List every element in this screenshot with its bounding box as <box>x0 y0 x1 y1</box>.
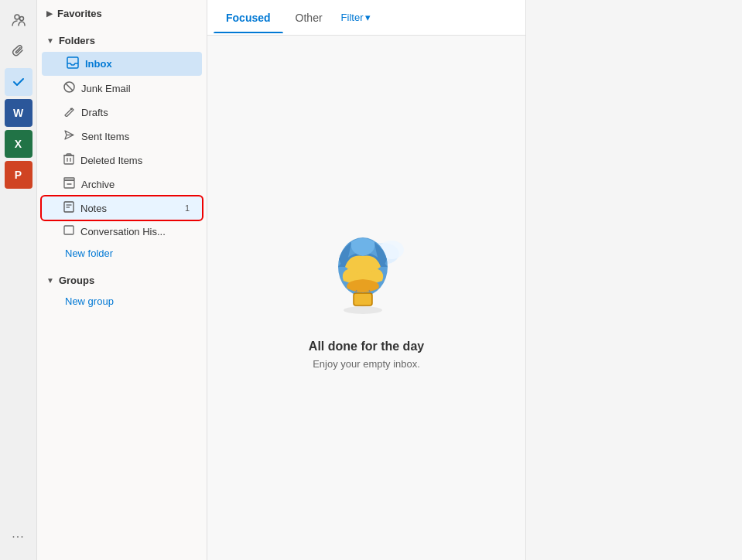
drafts-icon <box>63 105 75 119</box>
folders-header[interactable]: ▼ Folders <box>37 30 207 51</box>
notes-icon <box>63 201 74 215</box>
archive-icon <box>63 177 75 191</box>
junk-label: Junk Email <box>81 83 131 94</box>
notes-label: Notes <box>80 203 107 214</box>
folders-section: ▼ Folders Inbox Junk Email <box>37 27 207 267</box>
sidebar-item-conversation[interactable]: Conversation His... <box>42 220 202 242</box>
archive-label: Archive <box>81 179 115 190</box>
conversation-icon <box>63 225 74 237</box>
svg-line-4 <box>66 84 73 90</box>
filter-button[interactable]: Filter ▾ <box>341 12 371 23</box>
balloon-illustration <box>320 227 413 327</box>
new-group-label: New group <box>65 295 114 307</box>
filter-chevron-icon: ▾ <box>365 12 371 23</box>
svg-rect-5 <box>64 155 74 164</box>
svg-rect-2 <box>67 57 78 68</box>
favorites-chevron: ▶ <box>46 9 53 18</box>
conversation-label: Conversation His... <box>80 226 166 237</box>
svg-point-1 <box>19 17 23 21</box>
new-folder-label: New folder <box>65 248 113 259</box>
svg-rect-10 <box>64 178 74 180</box>
powerpoint-letter: P <box>15 169 22 181</box>
right-panel <box>525 0 742 560</box>
sidebar: ▶ Favorites ▼ Folders Inbox <box>37 0 207 560</box>
empty-title: All done for the day <box>309 340 424 353</box>
sidebar-item-drafts[interactable]: Drafts <box>42 101 202 124</box>
tab-other[interactable]: Other <box>283 2 335 33</box>
tab-focused[interactable]: Focused <box>214 2 283 33</box>
ellipsis-label: ··· <box>12 530 24 544</box>
deleted-icon <box>63 153 74 167</box>
sidebar-item-inbox[interactable]: Inbox <box>42 52 202 76</box>
paperclip-icon[interactable] <box>5 37 32 65</box>
sidebar-item-archive[interactable]: Archive <box>42 172 202 196</box>
excel-icon[interactable]: X <box>5 130 32 158</box>
sidebar-item-deleted[interactable]: Deleted Items <box>42 149 202 172</box>
new-folder-link[interactable]: New folder <box>37 243 207 264</box>
svg-point-0 <box>15 15 19 19</box>
svg-point-23 <box>344 306 382 314</box>
filter-label: Filter <box>341 12 364 23</box>
sidebar-item-sent[interactable]: Sent Items <box>42 125 202 148</box>
junk-icon <box>63 81 75 95</box>
other-label: Other <box>296 12 323 24</box>
favorites-header[interactable]: ▶ Favorites <box>37 3 207 24</box>
folders-chevron: ▼ <box>46 36 54 45</box>
groups-header[interactable]: ▼ Groups <box>37 270 207 291</box>
powerpoint-icon[interactable]: P <box>5 161 32 189</box>
groups-section: ▼ Groups New group <box>37 267 207 315</box>
notes-badge: 1 <box>182 203 193 213</box>
folders-label: Folders <box>59 35 95 46</box>
sent-label: Sent Items <box>81 131 129 142</box>
checkmark-icon[interactable] <box>5 68 32 96</box>
empty-subtitle: Enjoy your empty inbox. <box>313 358 420 370</box>
people-icon[interactable] <box>5 6 32 34</box>
more-apps-icon[interactable]: ··· <box>5 523 32 551</box>
new-group-link[interactable]: New group <box>37 291 207 312</box>
inbox-icon <box>67 56 79 71</box>
excel-letter: X <box>15 138 22 150</box>
favorites-label: Favorites <box>57 8 102 19</box>
word-letter: W <box>13 107 23 119</box>
app-rail: W X P ··· <box>0 0 37 560</box>
sidebar-item-notes[interactable]: Notes 1 <box>42 196 202 220</box>
focused-label: Focused <box>226 12 271 24</box>
word-icon[interactable]: W <box>5 99 32 127</box>
svg-rect-19 <box>354 294 371 305</box>
drafts-label: Drafts <box>81 107 108 118</box>
groups-label: Groups <box>59 275 94 286</box>
sidebar-item-junk[interactable]: Junk Email <box>42 77 202 100</box>
main-area: Focused Other Filter ▾ <box>207 0 525 560</box>
deleted-label: Deleted Items <box>80 155 142 166</box>
sent-icon <box>63 129 75 143</box>
inbox-label: Inbox <box>85 58 112 70</box>
favorites-section: ▶ Favorites <box>37 0 207 27</box>
tab-bar: Focused Other Filter ▾ <box>207 0 525 36</box>
svg-rect-14 <box>64 226 74 234</box>
groups-chevron: ▼ <box>46 276 54 285</box>
inbox-content: All done for the day Enjoy your empty in… <box>207 36 525 560</box>
